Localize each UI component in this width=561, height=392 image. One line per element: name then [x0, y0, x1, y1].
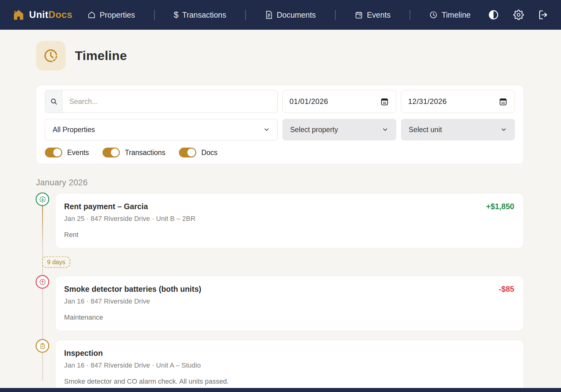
card-meta: Jan 25 · 847 Riverside Drive · Unit B – …: [64, 215, 514, 223]
filter-row-selects: All Properties Select property Select un…: [45, 119, 515, 140]
arrow-up-circle-icon: [39, 278, 46, 286]
gap-days-badge: 9 days: [42, 256, 70, 268]
toggle-label: Events: [67, 149, 89, 157]
all-properties-select[interactable]: All Properties: [45, 119, 278, 140]
nav-label: Events: [367, 11, 390, 19]
page-header: Timeline: [36, 41, 524, 71]
timeline-node: [36, 339, 49, 353]
timeline-entries: Rent payment – Garcia +$1,850 Jan 25 · 8…: [55, 193, 524, 392]
home-icon: [87, 11, 96, 19]
nav-separator: [154, 10, 155, 20]
page-title: Timeline: [75, 49, 127, 63]
nav-separator: [335, 10, 336, 20]
nav-item-events[interactable]: Events: [354, 11, 390, 19]
brand-logo[interactable]: UnitDocs: [12, 9, 72, 21]
date-to-input[interactable]: [408, 97, 476, 106]
month-header: January 2026: [36, 178, 524, 187]
date-from-field[interactable]: [282, 90, 396, 113]
nav-label: Timeline: [441, 11, 471, 19]
toggle-label: Transactions: [125, 149, 165, 157]
dollar-icon: $: [174, 10, 179, 20]
search-icon: [50, 97, 58, 106]
card-top-row: Rent payment – Garcia +$1,850: [64, 202, 514, 211]
nav-item-timeline[interactable]: Timeline: [429, 11, 471, 19]
house-logo-icon: [12, 9, 25, 21]
brand-name: UnitDocs: [29, 9, 72, 20]
nav-actions: [488, 9, 549, 20]
calendar-picker-icon[interactable]: [380, 97, 389, 106]
logout-icon[interactable]: [538, 10, 549, 20]
select-value: Select unit: [409, 126, 442, 134]
timeline-entry: Inspection Jan 16 · 847 Riverside Drive …: [55, 340, 524, 392]
timeline-entry: Rent payment – Garcia +$1,850 Jan 25 · 8…: [55, 193, 524, 248]
page-icon-box: [36, 41, 66, 71]
arrow-down-circle-icon: [39, 196, 46, 203]
select-value: Select property: [290, 126, 338, 134]
timeline-gap-row: 9 days: [55, 248, 524, 276]
search-input[interactable]: [63, 90, 277, 113]
search-field: [45, 90, 278, 113]
timeline-node: [36, 192, 49, 206]
select-property-select[interactable]: Select property: [282, 119, 396, 140]
timeline-body: Rent payment – Garcia +$1,850 Jan 25 · 8…: [36, 193, 524, 392]
toggle-knob: [111, 149, 119, 157]
toggle-transactions[interactable]: Transactions: [102, 148, 165, 157]
timeline-card-rent-payment[interactable]: Rent payment – Garcia +$1,850 Jan 25 · 8…: [55, 193, 524, 248]
card-title: Smoke detector batteries (both units): [64, 285, 201, 294]
toggle-switch[interactable]: [45, 148, 62, 157]
top-navbar: UnitDocs Properties $ Transactions Docum…: [0, 0, 561, 30]
nav-label: Documents: [277, 11, 316, 19]
card-top-row: Smoke detector batteries (both units) -$…: [64, 285, 514, 294]
card-category: Rent: [64, 231, 514, 239]
toggle-knob: [187, 149, 195, 157]
nav-separator: [410, 10, 410, 20]
toggle-knob: [53, 149, 61, 157]
timeline-rail-gold-segment: [42, 200, 43, 247]
select-value: All Properties: [53, 126, 95, 134]
select-unit-select[interactable]: Select unit: [401, 119, 515, 140]
theme-toggle-icon[interactable]: [488, 9, 499, 20]
filter-row-top: [45, 90, 515, 113]
card-category: Maintenance: [64, 313, 514, 321]
nav-item-transactions[interactable]: $ Transactions: [174, 10, 226, 20]
clipboard-check-icon: [39, 342, 46, 350]
bottom-bar: [0, 388, 561, 392]
date-from-input[interactable]: [289, 97, 358, 106]
chevron-down-icon: [263, 126, 270, 133]
card-title: Rent payment – Garcia: [64, 202, 148, 211]
toggle-switch[interactable]: [179, 148, 196, 157]
card-amount: +$1,850: [486, 202, 514, 211]
nav-item-properties[interactable]: Properties: [87, 11, 135, 19]
card-title: Inspection: [64, 349, 103, 358]
toggle-switch[interactable]: [102, 148, 120, 157]
settings-gear-icon[interactable]: [513, 10, 524, 20]
toggle-docs[interactable]: Docs: [179, 148, 217, 157]
card-meta: Jan 16 · 847 Riverside Drive · Unit A – …: [64, 361, 514, 369]
date-to-field[interactable]: [401, 90, 515, 113]
timeline-clock-icon: [43, 48, 59, 64]
nav-label: Properties: [100, 11, 135, 19]
card-description: Smoke detector and CO alarm check. All u…: [64, 377, 514, 386]
filter-panel: All Properties Select property Select un…: [36, 85, 524, 164]
timeline-card-inspection[interactable]: Inspection Jan 16 · 847 Riverside Drive …: [55, 340, 524, 392]
nav-item-documents[interactable]: Documents: [265, 11, 316, 19]
calendar-icon: [354, 11, 363, 19]
main-content: Timeline: [0, 30, 561, 392]
timeline-card-smoke-detector[interactable]: Smoke detector batteries (both units) -$…: [55, 276, 524, 331]
card-top-row: Inspection: [64, 349, 514, 358]
card-amount: -$85: [499, 285, 514, 294]
card-meta: Jan 16 · 847 Riverside Drive: [64, 297, 514, 305]
chevron-down-icon: [500, 126, 507, 133]
toggle-events[interactable]: Events: [45, 148, 89, 157]
timeline-node: [36, 275, 49, 289]
nav-list: Properties $ Transactions Documents Even…: [87, 10, 471, 20]
chevron-down-icon: [382, 126, 389, 133]
document-icon: [265, 11, 273, 19]
clock-icon: [429, 11, 438, 19]
nav-separator: [245, 10, 246, 20]
toggle-label: Docs: [201, 149, 217, 157]
nav-label: Transactions: [182, 11, 226, 19]
calendar-picker-icon[interactable]: [498, 97, 508, 106]
timeline-entry: Smoke detector batteries (both units) -$…: [55, 276, 524, 331]
filter-row-toggles: Events Transactions Docs: [45, 145, 515, 160]
